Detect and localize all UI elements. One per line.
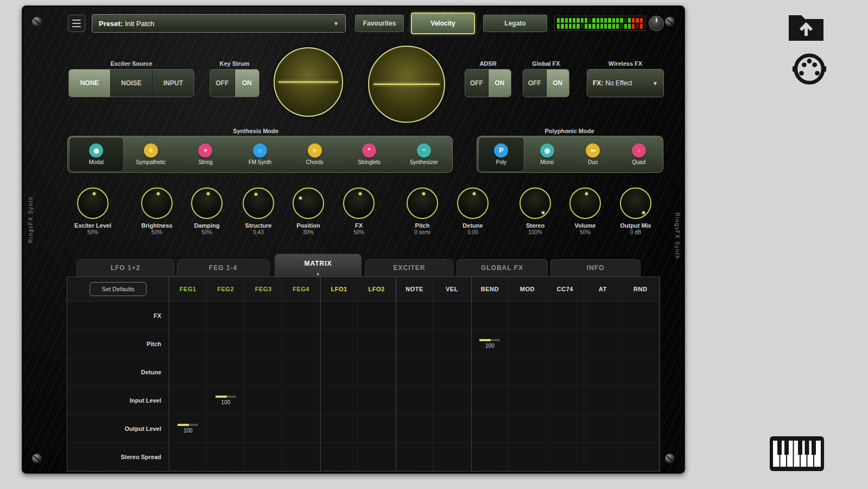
- matrix-cell-fx-note[interactable]: [396, 302, 433, 330]
- matrix-cell-fx-rnd[interactable]: [622, 302, 660, 330]
- matrix-cell-output-level-lfo1[interactable]: [320, 415, 358, 443]
- matrix-cell-input-level-feg4[interactable]: [282, 386, 320, 415]
- matrix-cell-output-level-feg2[interactable]: [207, 415, 244, 443]
- tab-exciter[interactable]: EXCITER: [365, 259, 453, 277]
- matrix-cell-stereo-spread-cc74[interactable]: [547, 443, 584, 471]
- matrix-cell-input-level-lfo1[interactable]: [320, 386, 358, 415]
- matrix-cell-detune-lfo1[interactable]: [320, 358, 358, 386]
- synthesis-mode-string[interactable]: +String: [179, 137, 232, 171]
- folder-import-icon[interactable]: [787, 11, 825, 42]
- global-fx-option-on[interactable]: ON: [547, 70, 569, 97]
- synthesis-mode-synthesizer[interactable]: ~Synthesizer: [397, 137, 451, 171]
- matrix-cell-pitch-rnd[interactable]: [622, 330, 660, 358]
- favourites-button[interactable]: Favourites: [354, 14, 404, 33]
- matrix-cell-output-level-note[interactable]: [396, 415, 433, 443]
- tab-feg-1-4[interactable]: FEG 1-4: [177, 259, 269, 277]
- matrix-cell-output-level-cc74[interactable]: [547, 415, 584, 443]
- preset-dropdown[interactable]: Preset: Init Patch ▼: [92, 14, 346, 33]
- matrix-cell-output-level-rnd[interactable]: [622, 415, 660, 443]
- matrix-cell-detune-at[interactable]: [584, 358, 622, 386]
- knob-pitch[interactable]: Pitch0 semi: [396, 187, 448, 235]
- matrix-cell-output-level-feg3[interactable]: [245, 415, 282, 443]
- matrix-cell-input-level-feg2[interactable]: 100: [207, 386, 244, 415]
- xy-pad-left[interactable]: [274, 47, 343, 117]
- midi-din-icon[interactable]: [793, 52, 826, 86]
- matrix-cell-detune-note[interactable]: [396, 358, 433, 386]
- matrix-cell-input-level-note[interactable]: [396, 386, 433, 415]
- matrix-cell-pitch-feg4[interactable]: [282, 330, 320, 358]
- exciter-source-option-noise[interactable]: NOISE: [111, 70, 153, 97]
- matrix-cell-pitch-feg2[interactable]: [207, 330, 244, 358]
- set-defaults-button[interactable]: Set Defaults: [90, 282, 147, 296]
- matrix-cell-detune-feg4[interactable]: [282, 358, 320, 386]
- matrix-cell-input-level-feg1[interactable]: [169, 386, 207, 415]
- polyphonic-mode-duo[interactable]: ●●Duo: [571, 137, 616, 171]
- synthesis-mode-fm-synth[interactable]: ∩FM Synth: [233, 137, 287, 171]
- matrix-cell-fx-mod[interactable]: [509, 302, 546, 330]
- matrix-cell-stereo-spread-feg2[interactable]: [207, 443, 244, 471]
- matrix-cell-stereo-spread-mod[interactable]: [509, 443, 546, 471]
- matrix-cell-detune-rnd[interactable]: [622, 358, 660, 386]
- matrix-cell-pitch-note[interactable]: [396, 330, 433, 358]
- knob-detune[interactable]: Detune0.00: [447, 187, 499, 235]
- matrix-cell-output-level-feg4[interactable]: [282, 415, 320, 443]
- matrix-cell-fx-lfo1[interactable]: [320, 302, 358, 330]
- matrix-cell-detune-feg1[interactable]: [169, 358, 207, 386]
- synthesis-mode-sympathetic[interactable]: ≡Sympathetic: [124, 137, 178, 171]
- matrix-cell-input-level-rnd[interactable]: [622, 386, 660, 415]
- matrix-cell-input-level-lfo2[interactable]: [358, 386, 395, 415]
- matrix-cell-stereo-spread-feg4[interactable]: [282, 443, 320, 471]
- matrix-cell-stereo-spread-at[interactable]: [584, 443, 622, 471]
- adsr-option-on[interactable]: ON: [489, 70, 511, 97]
- matrix-cell-pitch-at[interactable]: [584, 330, 622, 358]
- matrix-cell-pitch-lfo1[interactable]: [320, 330, 358, 358]
- matrix-cell-detune-bend[interactable]: [471, 358, 509, 386]
- knob-volume[interactable]: Volume50%: [559, 187, 611, 235]
- matrix-cell-input-level-feg3[interactable]: [245, 386, 282, 415]
- matrix-cell-detune-mod[interactable]: [509, 358, 546, 386]
- matrix-cell-fx-feg1[interactable]: [169, 302, 207, 330]
- matrix-cell-output-level-at[interactable]: [584, 415, 622, 443]
- matrix-cell-stereo-spread-rnd[interactable]: [622, 443, 660, 471]
- matrix-cell-stereo-spread-vel[interactable]: [433, 443, 471, 471]
- matrix-cell-pitch-cc74[interactable]: [547, 330, 584, 358]
- exciter-source-option-none[interactable]: NONE: [69, 70, 111, 97]
- tab-lfo-1-2[interactable]: LFO 1+2: [77, 259, 174, 277]
- matrix-cell-fx-cc74[interactable]: [547, 302, 584, 330]
- matrix-cell-detune-feg3[interactable]: [245, 358, 282, 386]
- polyphonic-mode-quad[interactable]: ::Quad: [617, 137, 662, 171]
- matrix-cell-pitch-mod[interactable]: [509, 330, 546, 358]
- exciter-source-option-input[interactable]: INPUT: [153, 70, 194, 97]
- matrix-cell-fx-lfo2[interactable]: [358, 302, 395, 330]
- knob-exciter-level[interactable]: Exciter Level50%: [67, 187, 119, 235]
- synthesis-mode-stringlets[interactable]: *Stringlets: [343, 137, 396, 171]
- matrix-cell-pitch-lfo2[interactable]: [358, 330, 395, 358]
- matrix-cell-pitch-vel[interactable]: [433, 330, 471, 358]
- matrix-cell-output-level-bend[interactable]: [471, 415, 509, 443]
- matrix-cell-detune-vel[interactable]: [433, 358, 471, 386]
- knob-stereo[interactable]: Stereo100%: [509, 187, 561, 235]
- adsr-option-off[interactable]: OFF: [465, 70, 489, 97]
- piano-keyboard-icon[interactable]: [770, 436, 824, 471]
- matrix-cell-stereo-spread-note[interactable]: [396, 443, 433, 471]
- matrix-cell-pitch-feg1[interactable]: [169, 330, 207, 358]
- matrix-cell-input-level-cc74[interactable]: [547, 386, 584, 415]
- matrix-cell-detune-feg2[interactable]: [207, 358, 244, 386]
- polyphonic-mode-mono[interactable]: ◉Mono: [525, 137, 570, 171]
- knob-position[interactable]: Position30%: [282, 187, 334, 235]
- matrix-cell-stereo-spread-lfo2[interactable]: [358, 443, 395, 471]
- matrix-cell-output-level-vel[interactable]: [433, 415, 471, 443]
- tab-info[interactable]: INFO: [550, 259, 641, 277]
- matrix-cell-stereo-spread-feg3[interactable]: [245, 443, 282, 471]
- synthesis-mode-chords[interactable]: ≡Chords: [288, 137, 341, 171]
- matrix-cell-fx-feg4[interactable]: [282, 302, 320, 330]
- matrix-cell-input-level-bend[interactable]: [471, 386, 509, 415]
- matrix-cell-detune-cc74[interactable]: [547, 358, 584, 386]
- velocity-button[interactable]: Velocity: [411, 12, 475, 34]
- tab-matrix[interactable]: MATRIX▴: [275, 254, 362, 277]
- polyphonic-mode-poly[interactable]: PPoly: [479, 137, 524, 171]
- knob-damping[interactable]: Damping50%: [181, 187, 233, 235]
- matrix-cell-fx-feg2[interactable]: [207, 302, 244, 330]
- matrix-cell-pitch-bend[interactable]: 100: [471, 330, 509, 358]
- matrix-cell-fx-feg3[interactable]: [245, 302, 282, 330]
